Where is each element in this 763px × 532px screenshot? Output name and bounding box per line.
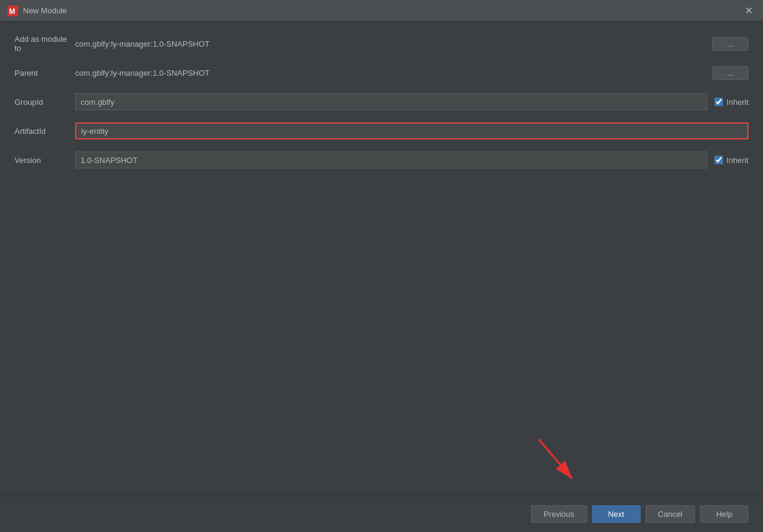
group-id-inherit-wrap: Inherit [715,98,748,107]
version-inherit-checkbox[interactable] [715,156,723,164]
artifact-id-input[interactable] [75,122,748,139]
group-id-row: GroupId Inherit [15,92,748,111]
cancel-button[interactable]: Cancel [645,505,695,523]
version-inherit-label: Inherit [727,156,748,165]
group-id-input[interactable] [75,93,707,110]
title-bar: M New Module ✕ [0,0,763,22]
parent-value: com.gblfy:ly-manager:1.0-SNAPSHOT [75,68,705,78]
version-input[interactable] [75,151,707,168]
dialog-title: New Module [23,6,741,15]
parent-browse-button[interactable]: ... [712,66,748,80]
add-as-module-value: com.gblfy:ly-manager:1.0-SNAPSHOT [75,39,705,48]
parent-label: Parent [15,68,75,78]
app-icon: M [7,5,18,16]
add-as-module-label: Add as module to [15,35,75,53]
help-button[interactable]: Help [700,505,748,523]
next-button[interactable]: Next [592,505,641,523]
form-content: Add as module to com.gblfy:ly-manager:1.… [0,22,763,496]
new-module-dialog: M New Module ✕ Add as module to com.gblf… [0,0,763,532]
version-row: Version Inherit [15,150,748,170]
group-id-label: GroupId [15,98,75,107]
group-id-inherit-label: Inherit [727,98,748,107]
artifact-id-label: ArtifactId [15,127,75,136]
svg-text:M: M [9,7,15,16]
previous-button[interactable]: Previous [531,505,587,523]
add-as-module-browse-button[interactable]: ... [712,37,748,51]
version-inherit-wrap: Inherit [715,156,748,165]
close-button[interactable]: ✕ [741,4,756,18]
dialog-footer: Previous Next Cancel Help [0,496,763,532]
group-id-inherit-checkbox[interactable] [715,98,723,106]
version-label: Version [15,156,75,165]
parent-row: Parent com.gblfy:ly-manager:1.0-SNAPSHOT… [15,63,748,82]
add-as-module-row: Add as module to com.gblfy:ly-manager:1.… [15,34,748,53]
artifact-id-row: ArtifactId [15,121,748,141]
